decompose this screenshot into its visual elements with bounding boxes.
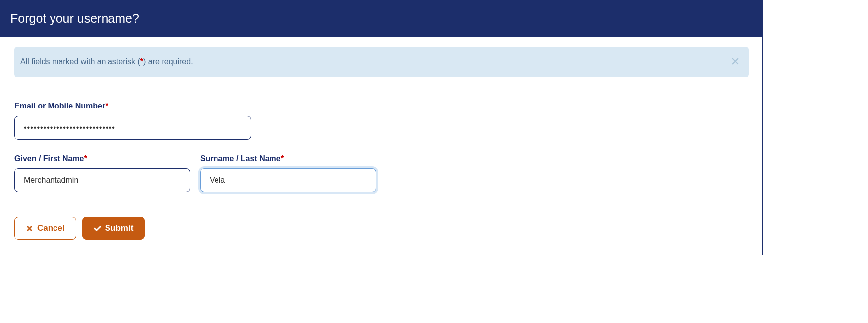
name-row: Given / First Name* Surname / Last Name* bbox=[14, 154, 749, 206]
submit-button[interactable]: Submit bbox=[82, 217, 145, 240]
button-row: Cancel Submit bbox=[14, 217, 749, 240]
alert-text-suffix: ) are required. bbox=[143, 57, 193, 66]
last-name-label: Surname / Last Name* bbox=[200, 154, 376, 163]
forgot-username-panel: Forgot your username? All fields marked … bbox=[0, 0, 763, 255]
cancel-button-label: Cancel bbox=[37, 223, 65, 233]
required-star: * bbox=[105, 101, 108, 110]
close-icon[interactable] bbox=[732, 57, 739, 66]
page-title: Forgot your username? bbox=[10, 11, 753, 26]
required-star: * bbox=[281, 154, 284, 163]
email-label: Email or Mobile Number* bbox=[14, 101, 251, 111]
panel-header: Forgot your username? bbox=[0, 0, 762, 37]
cancel-button[interactable]: Cancel bbox=[14, 217, 76, 240]
submit-button-label: Submit bbox=[105, 223, 134, 233]
required-star: * bbox=[84, 154, 88, 163]
last-name-group: Surname / Last Name* bbox=[200, 154, 376, 192]
first-name-group: Given / First Name* bbox=[14, 154, 190, 192]
first-name-label-text: Given / First Name bbox=[14, 154, 84, 162]
required-fields-alert: All fields marked with an asterisk (*) a… bbox=[14, 47, 749, 77]
first-name-field[interactable] bbox=[14, 168, 190, 192]
alert-message: All fields marked with an asterisk (*) a… bbox=[20, 57, 193, 66]
first-name-label: Given / First Name* bbox=[14, 154, 190, 163]
last-name-field[interactable] bbox=[200, 168, 376, 192]
x-icon bbox=[26, 225, 33, 232]
alert-text-prefix: All fields marked with an asterisk ( bbox=[20, 57, 140, 66]
check-icon bbox=[94, 225, 101, 232]
email-field[interactable] bbox=[14, 116, 251, 140]
last-name-label-text: Surname / Last Name bbox=[200, 154, 281, 162]
email-label-text: Email or Mobile Number bbox=[14, 102, 105, 110]
email-group: Email or Mobile Number* bbox=[14, 101, 251, 140]
panel-body: All fields marked with an asterisk (*) a… bbox=[0, 37, 762, 255]
